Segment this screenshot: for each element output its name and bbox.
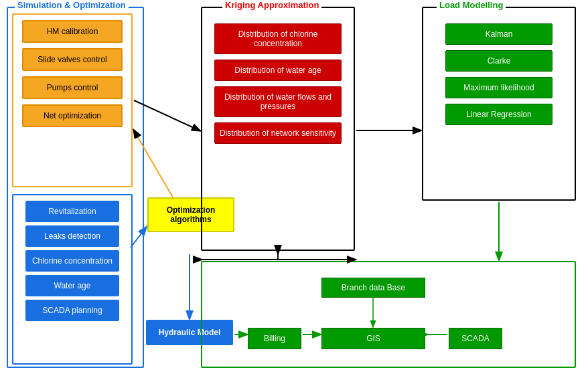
scada-planning-box: SCADA planning: [25, 300, 119, 321]
scada-box: SCADA: [449, 328, 502, 349]
load-section: Load Modelling Kalman Clarke Maximum lik…: [422, 7, 576, 201]
leaks-detection-box: Leaks detection: [25, 225, 119, 247]
water-age-box: Water age: [25, 275, 119, 296]
max-likelihood-box: Maximum likelihood: [445, 77, 553, 98]
kalman-box: Kalman: [445, 23, 553, 45]
gis-box: GIS: [321, 328, 425, 349]
orange-boxes-container: HM calibration Slide valves control Pump…: [12, 15, 133, 132]
pumps-control-box: Pumps control: [22, 76, 123, 99]
sim-opt-title: Simulation & Optimization: [15, 0, 129, 10]
water-age-dist-box: Distribution of water age: [214, 60, 342, 81]
network-sensitivity-dist-box: Distribution of network sensitivity: [214, 122, 342, 144]
kriging-section: Kriging Approximation Distribution of ch…: [201, 7, 355, 251]
kriging-title: Kriging Approximation: [222, 0, 321, 10]
load-title: Load Modelling: [437, 0, 506, 10]
revitalization-box: Revitalization: [25, 201, 119, 222]
bottom-section: [201, 261, 576, 368]
branch-box: Branch data Base: [321, 278, 425, 298]
water-flows-dist-box: Distribution of water flows and pressure…: [214, 86, 342, 117]
net-optimization-box: Net optimization: [22, 104, 123, 127]
slide-valves-box: Slide valves control: [22, 48, 123, 71]
chlorine-concentration-box: Chlorine concentration: [25, 250, 119, 272]
diagram: Simulation & Optimization HM calibration…: [0, 0, 588, 386]
clarke-box: Clarke: [445, 50, 553, 72]
chlorine-dist-box: Distribution of chlorine concentration: [214, 23, 342, 54]
linear-regression-box: Linear Regression: [445, 104, 553, 125]
blue-boxes-container: Revitalization Leaks detection Chlorine …: [12, 197, 133, 324]
billing-box: Billing: [248, 328, 301, 349]
hm-calibration-box: HM calibration: [22, 20, 123, 43]
